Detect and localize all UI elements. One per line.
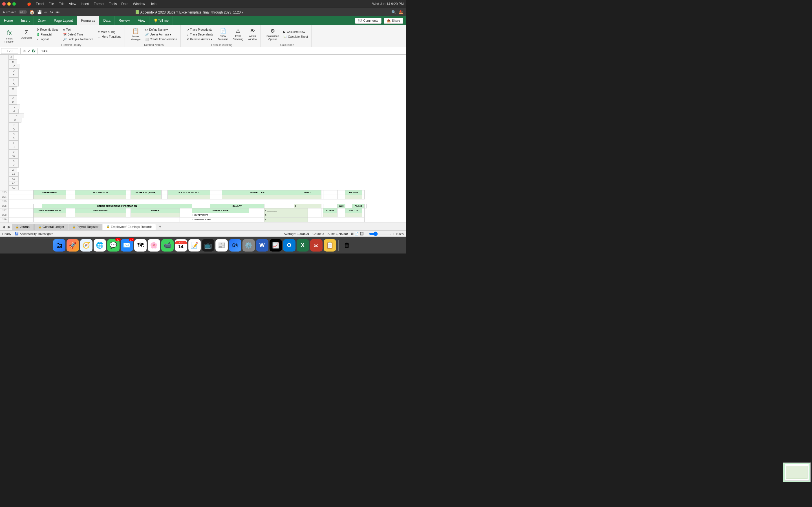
dock-reminders[interactable]: 📝 (188, 239, 201, 251)
tab-formulas[interactable]: Formulas (77, 16, 99, 25)
col-U[interactable]: U (9, 145, 18, 150)
date-time-button[interactable]: 📅Date & Time (61, 33, 95, 37)
remove-arrows-button[interactable]: ✕Remove Arrows ▾ (185, 37, 215, 41)
dock-notes[interactable]: 📋 (324, 239, 336, 251)
col-D[interactable]: D (9, 68, 18, 73)
col-H[interactable]: H (9, 87, 17, 91)
menu-excel[interactable]: Excel (36, 2, 44, 6)
sheet-tab-payroll-register[interactable]: 🔒 Payroll Register (68, 224, 102, 230)
menu-edit[interactable]: Edit (59, 2, 64, 6)
col-AD[interactable]: AD (9, 186, 18, 190)
tab-review[interactable]: Review (115, 16, 134, 25)
insert-function-button[interactable]: fx InsertFunction (3, 28, 16, 45)
watch-window-button[interactable]: 👁 WatchWindow (246, 27, 259, 42)
zoom-in-btn[interactable]: + (393, 232, 395, 235)
trace-precedents-button[interactable]: ↗Trace Precedents (185, 27, 215, 32)
col-R[interactable]: R (9, 131, 18, 136)
col-P[interactable]: P (9, 122, 18, 127)
tab-tell-me[interactable]: 💡 Tell me (149, 16, 173, 25)
col-M[interactable]: M (9, 109, 18, 114)
search-icon[interactable]: 🔍 (391, 10, 396, 14)
dock-stocks[interactable]: 📈 (269, 239, 282, 251)
view-pagebreak-icon[interactable]: 🔲 (360, 232, 364, 235)
col-E[interactable]: E (9, 73, 18, 77)
dock-launchpad[interactable]: 🚀 (66, 239, 79, 251)
col-W[interactable]: W (9, 154, 18, 159)
sheet-nav-next[interactable]: ▶ (6, 224, 12, 230)
lookup-reference-button[interactable]: 🔎Lookup & Reference (61, 37, 95, 41)
tab-insert[interactable]: Insert (17, 16, 34, 25)
cell-reference-box[interactable] (1, 48, 18, 54)
formula-accept-icon[interactable]: ✓ (28, 49, 31, 53)
more-functions-button[interactable]: …More Functions (96, 35, 123, 39)
col-AB[interactable]: AB (9, 177, 18, 181)
dock-word[interactable]: W (256, 239, 268, 251)
financial-button[interactable]: 💲Financial (35, 33, 60, 37)
col-I[interactable]: I (9, 91, 17, 96)
col-AC[interactable]: AC (9, 181, 18, 186)
tab-home[interactable]: Home (0, 16, 17, 25)
dock-appletv[interactable]: 📺 (202, 239, 214, 251)
apple-menu[interactable]: 🍎 (27, 2, 31, 6)
menu-data[interactable]: Data (121, 2, 128, 6)
menu-file[interactable]: File (49, 2, 54, 6)
dock-systemprefs[interactable]: ⚙️ (243, 239, 255, 251)
calculation-options-button[interactable]: ⚙ CalculationOptions (265, 27, 281, 42)
col-N[interactable]: N (9, 114, 24, 118)
show-formulas-button[interactable]: 📄 ShowFormulas (216, 27, 230, 42)
menu-window[interactable]: Window (133, 2, 145, 6)
add-sheet-button[interactable]: + (156, 224, 163, 230)
more-btn[interactable]: ••• (56, 10, 60, 14)
dock-news[interactable]: 📰 (215, 239, 228, 251)
tab-page-layout[interactable]: Page Layout (50, 16, 77, 25)
undo-btn[interactable]: ↩ (44, 10, 48, 14)
autosum-button[interactable]: Σ AutoSum (20, 28, 34, 41)
calculate-now-button[interactable]: ▶Calculate Now (282, 30, 310, 34)
zoom-out-btn[interactable]: — (365, 232, 368, 235)
autosave-toggle[interactable]: OFF (18, 10, 27, 14)
view-normal-icon[interactable]: ⊞ (351, 232, 354, 235)
col-L[interactable]: L (9, 105, 20, 109)
tab-data[interactable]: Data (99, 16, 114, 25)
fx-icon[interactable]: fx (32, 49, 35, 53)
view-page-icon[interactable]: 📄 (355, 232, 359, 235)
col-G[interactable]: G (9, 82, 18, 87)
dock-messages[interactable]: 💬 42 (107, 239, 119, 251)
define-name-button[interactable]: 🏷Define Name ▾ (144, 27, 179, 32)
sheet-tab-general-ledger[interactable]: 🔒 General Ledger (35, 224, 68, 230)
share-icon[interactable]: 📤 (398, 10, 403, 14)
recently-used-button[interactable]: ⏱Recently Used (35, 27, 60, 32)
dock-maps[interactable]: 🗺 (134, 239, 147, 251)
col-S[interactable]: S (9, 136, 18, 140)
home-btn[interactable]: 🏠 (29, 9, 35, 15)
close-button[interactable] (2, 2, 6, 6)
text-button[interactable]: AText (61, 27, 95, 32)
col-O[interactable]: O (9, 118, 21, 122)
col-AA[interactable]: AA (9, 172, 18, 177)
name-manager-button[interactable]: 📋 NameManager (129, 26, 143, 42)
dock-chrome[interactable]: 🌐 (94, 239, 106, 251)
menu-help[interactable]: Help (149, 2, 156, 6)
col-Z[interactable]: Z (9, 168, 17, 172)
comments-button[interactable]: 💬Comments (355, 18, 381, 24)
sheet-tab-employees-earnings[interactable]: 🔒 Employees' Earnings Records (103, 224, 156, 230)
dock-safari[interactable]: 🧭 (80, 239, 93, 251)
col-X[interactable]: X (9, 159, 18, 163)
dock-excel[interactable]: X (297, 239, 309, 251)
dock-appstore[interactable]: 🛍 (229, 239, 241, 251)
col-B[interactable]: B (9, 59, 17, 64)
zoom-slider[interactable] (369, 231, 392, 236)
formula-input[interactable] (40, 49, 405, 53)
col-A[interactable]: A (9, 55, 14, 59)
dock-outlook[interactable]: O (283, 239, 296, 251)
use-in-formula-button[interactable]: 🔗Use in Formula ▾ (144, 33, 179, 37)
share-button[interactable]: 📤Share (384, 18, 403, 24)
col-F[interactable]: F (9, 77, 18, 82)
minimize-button[interactable] (7, 2, 11, 6)
menu-format[interactable]: Format (94, 2, 104, 6)
math-trig-button[interactable]: πMath & Trig (96, 30, 123, 34)
calculate-sheet-button[interactable]: 📊Calculate Sheet (282, 35, 310, 39)
dock-photos[interactable]: 🌸 (148, 239, 160, 251)
formula-cancel-icon[interactable]: ✕ (23, 49, 26, 53)
spreadsheet-grid[interactable]: A B C D E F G H I J K L M (0, 55, 406, 223)
